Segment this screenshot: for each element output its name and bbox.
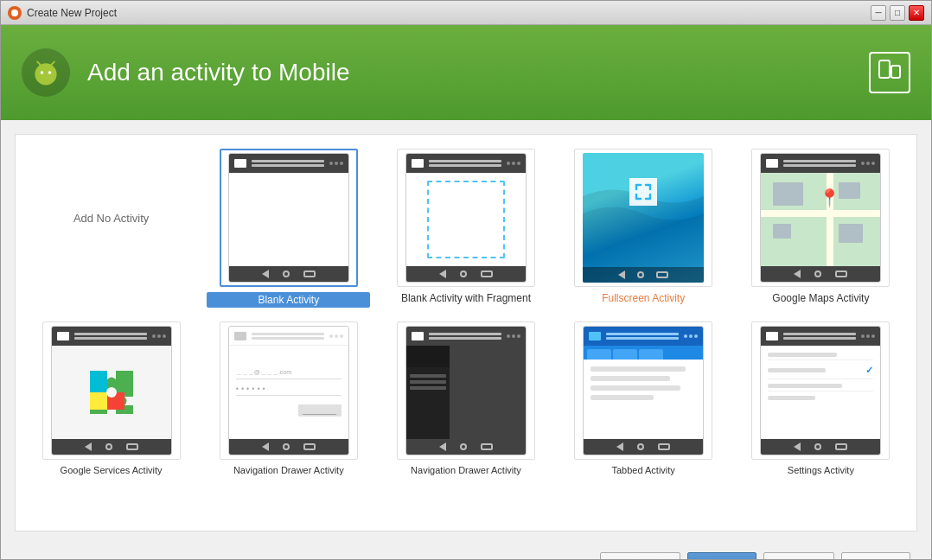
phone-bottom-fullscreen — [583, 267, 704, 283]
template-label-settings: Settings Activity — [788, 465, 854, 475]
dot-1 — [329, 162, 333, 165]
map-building-4 — [839, 182, 860, 199]
nav-home-icon — [637, 443, 644, 450]
previous-button[interactable]: Previous — [600, 552, 680, 560]
template-tabbed-activity[interactable]: Tabbed Activity — [562, 321, 725, 475]
maximize-button[interactable]: □ — [890, 5, 905, 21]
phone-topbar-login — [229, 327, 348, 346]
phone-topbar-tabbed — [584, 327, 703, 346]
nav-back-icon — [85, 442, 92, 451]
dot-2 — [866, 162, 870, 165]
template-label-fragment: Blank Activity with Fragment — [401, 292, 531, 304]
nav-back-icon — [794, 442, 801, 451]
template-google-services-activity[interactable]: Google Services Activity — [29, 321, 193, 475]
phone-topbar — [229, 154, 348, 173]
dot-1 — [684, 334, 687, 338]
header-phone-icon — [869, 52, 910, 93]
phone-body-settings: ✓ — [761, 346, 880, 439]
map-pin-icon: 📍 — [819, 189, 840, 207]
top-line-1 — [783, 160, 856, 162]
title-bar: Create New Project ─ □ ✕ — [1, 1, 931, 25]
finish-button[interactable]: Finish — [841, 552, 910, 560]
dot-3 — [340, 162, 343, 165]
top-square-icon — [412, 332, 424, 340]
dot-3 — [517, 334, 520, 338]
drawer-item-3 — [410, 386, 446, 390]
phone-topbar-settings — [761, 327, 880, 346]
dot-2 — [335, 162, 338, 165]
nav-back-icon — [618, 270, 625, 279]
next-button[interactable]: Next — [687, 552, 756, 560]
template-navigation-drawer[interactable]: Navigation Drawer Activity — [384, 321, 547, 475]
phone-bottom — [229, 266, 348, 282]
top-line-2 — [783, 164, 856, 167]
nav-home-icon — [637, 271, 644, 278]
phone-body-login: ＿＿＿@＿＿＿.com •••••• __________ — [229, 346, 348, 439]
template-preview-fragment — [397, 149, 535, 287]
drawer-panel — [406, 346, 450, 439]
settings-item-4 — [768, 396, 873, 403]
nav-home-icon — [283, 443, 290, 450]
top-square-icon — [412, 159, 424, 168]
top-square-icon — [234, 159, 246, 168]
svg-point-5 — [48, 71, 52, 74]
drawer-item-1 — [410, 374, 446, 378]
drawer-item-2 — [410, 380, 446, 384]
map-building-1 — [773, 182, 803, 206]
top-square-icon — [234, 332, 246, 340]
top-line-2 — [252, 164, 324, 167]
template-blank-fragment[interactable]: Blank Activity with Fragment — [384, 149, 547, 308]
nav-recents-icon — [303, 443, 316, 450]
nav-home-icon — [814, 270, 821, 277]
top-lines — [606, 333, 679, 340]
dot-2 — [689, 334, 693, 338]
tab-item-3 — [639, 349, 663, 360]
template-google-maps-activity[interactable]: 📍 Google Maps Activity — [739, 149, 903, 308]
phone-body-tabbed — [584, 360, 703, 439]
dot-2 — [157, 334, 161, 338]
top-line-1 — [252, 160, 324, 162]
phone-topbar-nav-drawer — [406, 327, 526, 346]
svg-rect-9 — [891, 66, 900, 78]
template-preview-nav-drawer — [397, 321, 535, 460]
template-fullscreen-activity[interactable]: Fullscreen Activity — [562, 149, 725, 308]
svg-point-0 — [11, 10, 18, 16]
dot-3 — [871, 162, 875, 165]
top-dots — [152, 334, 166, 338]
nav-recents-icon — [656, 271, 668, 278]
template-preview-services — [42, 321, 181, 460]
close-button[interactable]: ✕ — [909, 5, 924, 21]
tab-bar — [584, 346, 703, 360]
template-blank-activity[interactable]: Blank Activity — [207, 149, 370, 308]
template-settings-activity[interactable]: ✓ Settings — [739, 321, 903, 475]
top-line-2 — [74, 337, 147, 340]
template-label-tabbed: Tabbed Activity — [612, 465, 675, 475]
drawer-items — [406, 371, 450, 393]
phone-bottom — [761, 439, 880, 455]
template-preview-none: Add No Activity — [42, 149, 181, 287]
nav-back-icon — [616, 442, 623, 451]
dashed-rect-icon — [427, 181, 505, 258]
dialog-footer: Previous Next Cancel Finish — [1, 545, 931, 560]
template-label-login: Navigation Drawer Activity — [233, 465, 344, 475]
phone-topbar-services — [52, 327, 171, 346]
settings-line-4 — [768, 396, 815, 400]
map-building-2 — [839, 224, 863, 243]
phone-body-fragment — [406, 173, 526, 266]
content-line-3 — [590, 385, 680, 391]
top-line-2 — [252, 337, 324, 340]
cancel-button[interactable]: Cancel — [763, 552, 834, 560]
nav-recents-icon — [481, 443, 493, 450]
nav-back-icon — [262, 270, 269, 278]
dot-1 — [329, 334, 333, 338]
top-line-1 — [252, 333, 324, 335]
template-add-no-activity[interactable]: Add No Activity — [29, 149, 193, 308]
top-lines — [74, 333, 147, 340]
minimize-button[interactable]: ─ — [871, 5, 886, 21]
settings-item-2: ✓ — [768, 365, 873, 379]
phone-mockup-blank — [228, 153, 349, 283]
dot-2 — [512, 162, 515, 165]
template-login-activity[interactable]: ＿＿＿@＿＿＿.com •••••• __________ Navigation… — [207, 321, 370, 475]
settings-line-3 — [768, 384, 841, 388]
dot-1 — [861, 334, 865, 338]
